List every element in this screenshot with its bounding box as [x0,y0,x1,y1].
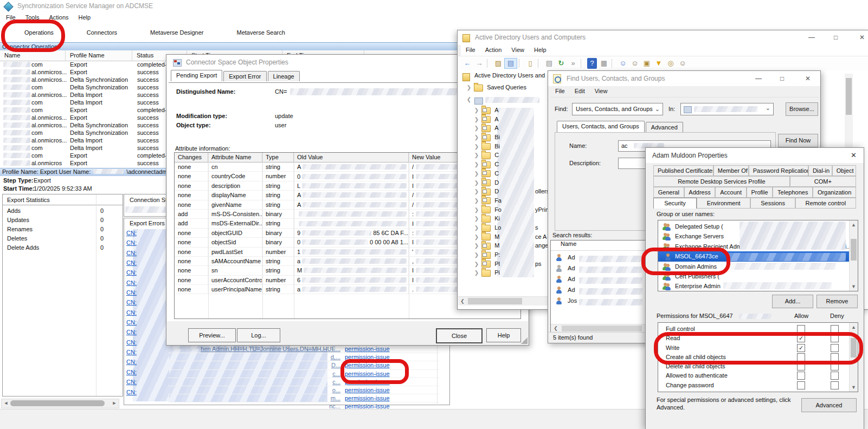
error-object-link[interactable]: m... [331,395,340,401]
operation-row[interactable]: al.onmicros... Delta Import success [0,136,184,144]
operation-row[interactable]: al.onmicros... Export success [0,114,184,121]
error-dn-link[interactable]: CN: [126,359,137,365]
menu-item[interactable]: Action [480,45,507,55]
maximize-button[interactable]: □ [834,34,838,41]
permission-issue-link[interactable]: permission-issue [345,361,390,369]
allow-checkbox[interactable] [797,325,805,333]
export-task-icon[interactable]: ▨ [492,58,504,69]
operation-row[interactable]: com Delta Import success [0,99,184,106]
menu-item[interactable]: Actions [44,12,73,22]
tab[interactable]: Environment [697,198,750,209]
help-button[interactable]: Help [486,328,521,342]
tree-item[interactable]: ❯ A [458,107,551,116]
new-ou-icon[interactable]: ▣ [641,58,653,69]
chevron-right-icon[interactable]: ❯ [473,216,480,222]
operation-row[interactable]: al.onmicros... Delta Synchronization suc… [0,121,184,129]
tab[interactable]: Profile [747,187,773,198]
new-group-icon[interactable]: ☺ [629,58,641,69]
in-select[interactable]: ⌄ [680,103,774,115]
scrollbar-thumb[interactable] [468,298,522,304]
chevron-right-icon[interactable]: ❯ [473,180,480,186]
group-list-item[interactable]: Cert Publishers ( [658,271,858,281]
tab[interactable]: General [653,187,684,198]
operation-row[interactable]: com Export completed-e [0,61,184,68]
error-dn-link[interactable]: CN: [126,230,137,236]
deny-checkbox[interactable] [831,381,839,389]
allow-checkbox[interactable] [797,372,805,380]
tree-item[interactable]: ❯ Fo yPrin [458,206,551,216]
tab[interactable]: Pending Export [171,70,222,81]
chevron-right-icon[interactable]: ❯ [473,134,480,140]
tab[interactable]: Users, Contacts, and Groups [557,121,645,132]
menu-item[interactable]: Help [529,45,551,55]
tree-item-saved-queries[interactable]: Saved Queries [487,84,526,90]
chevron-right-icon[interactable]: ❯ [466,84,472,90]
error-object-link[interactable]: c... [332,379,340,385]
maximize-button[interactable]: □ [780,75,784,82]
tree-item[interactable]: ❯ A [458,125,551,134]
close-button[interactable]: ✕ [851,151,857,159]
minimize-button[interactable]: — [755,75,762,82]
horizontal-scrollbar[interactable]: ◄ ► [1,399,119,408]
chevron-right-icon[interactable]: ❯ [473,207,480,213]
chevron-right-icon[interactable]: ❯ [473,125,480,131]
browse-button[interactable]: Browse... [786,102,818,116]
find-icon[interactable]: ◎ [665,58,677,69]
toolbar-separator[interactable] [519,59,523,68]
group-list-scrollbar[interactable]: ▲ ▼ [849,220,858,291]
minimize-button[interactable]: — [808,34,815,41]
error-dn-link[interactable]: CN: [126,239,137,246]
members-icon[interactable]: ☺ [677,58,689,69]
error-dn-link[interactable]: CN: [126,379,137,385]
close-button[interactable]: ✕ [805,75,811,82]
chevron-right-icon[interactable]: ❯ [473,261,480,267]
chevron-right-icon[interactable]: ❯ [473,116,480,122]
scrollbar-thumb[interactable] [562,326,642,332]
scroll-down-arrow[interactable]: ▼ [851,384,857,391]
tree-item[interactable]: ❯ D ollers [458,188,551,197]
tab[interactable]: Object [832,165,856,176]
operation-row[interactable]: com Delta Import success [0,144,184,152]
tree-item[interactable]: ❯ Bi [458,143,551,152]
scroll-right-arrow[interactable]: ► [111,399,118,407]
toolbar-separator[interactable] [538,59,542,68]
forward-icon[interactable]: → [473,58,485,69]
chevron-right-icon[interactable]: ❯ [473,243,480,249]
operation-row[interactable]: com Export completed-e [0,152,184,159]
tree-item[interactable]: ❯ C [458,170,551,179]
error-dn-link[interactable]: CN: [126,369,137,375]
allow-checkbox[interactable] [797,362,805,370]
tree-item[interactable]: ❯ Bi [458,134,551,143]
menu-item[interactable]: Edit [570,86,590,96]
remove-button[interactable]: Remove [816,295,858,308]
tree-root[interactable]: Active Directory Users and [474,72,545,79]
error-object-link[interactable]: D... [331,362,340,368]
chevron-right-icon[interactable]: ❯ [473,234,480,240]
menu-item[interactable]: File [1,12,21,22]
chevron-right-icon[interactable]: ❯ [473,107,480,113]
tree-item[interactable]: ❯ Pl ps [458,261,551,270]
preview-button[interactable]: Preview... [188,328,236,342]
tab[interactable]: Dial-in [808,165,832,176]
chevron-right-icon[interactable]: ❯ [473,171,480,177]
toolbar-button[interactable]: Metaverse Designer [129,24,208,41]
column-header[interactable]: Old Value [294,153,409,162]
error-dn-link[interactable]: CN: [126,319,137,326]
find-now-button[interactable]: Find Now [778,134,818,147]
tree-item[interactable]: ❯ Pi [458,269,551,278]
chevron-right-icon[interactable]: ❯ [473,144,480,150]
deny-checkbox[interactable] [831,362,839,370]
error-dn-link[interactable]: CN: [126,299,137,306]
scrollbar-thumb[interactable] [851,338,857,358]
menu-item[interactable]: File [550,86,570,96]
scroll-up-arrow[interactable]: ▲ [851,221,857,229]
operation-row[interactable]: com Export completed-e [0,106,184,114]
tree-horizontal-scrollbar[interactable]: ❮ [458,296,550,306]
close-button[interactable]: ✕ [859,34,865,41]
tree-item[interactable]: ❯ Fa [458,197,551,206]
scroll-down-arrow[interactable]: ▼ [851,283,857,290]
chevron-right-icon[interactable]: ❯ [473,252,480,258]
chevron-right-icon[interactable]: ❯ [473,225,480,231]
error-object-link[interactable]: hen Admin,HH=H,TU=Jonnine Users,DN=MH,HU… [201,346,340,352]
tab[interactable]: Published Certificates [653,165,713,176]
